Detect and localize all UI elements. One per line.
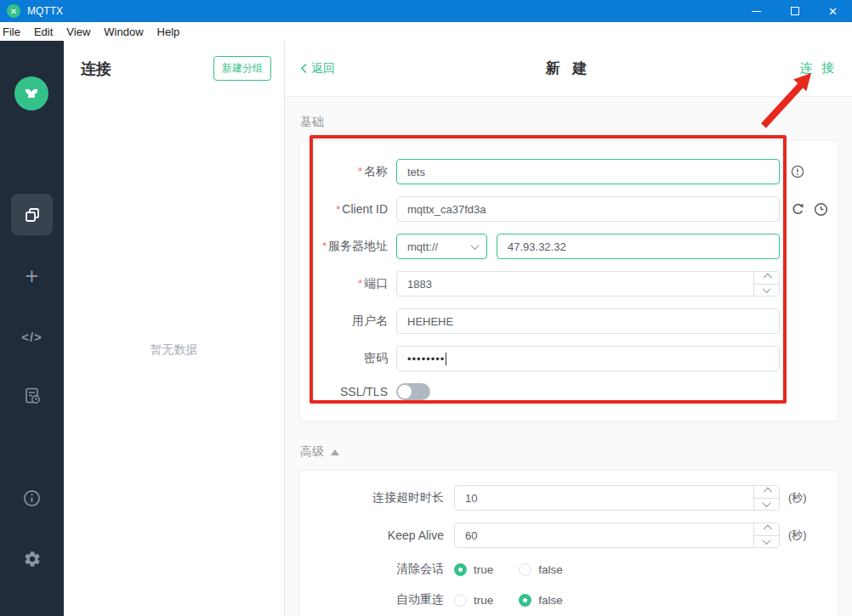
- username-row: 用户名: [300, 308, 838, 334]
- required-mark: *: [358, 277, 362, 290]
- radio-unchecked-icon: [454, 594, 467, 607]
- required-mark: *: [358, 165, 362, 178]
- password-label: 密码: [300, 351, 388, 366]
- port-input[interactable]: [396, 271, 780, 297]
- keepalive-unit: (秒): [788, 528, 807, 543]
- mqttx-logo-icon: [14, 76, 48, 110]
- basic-section-label: 基础: [300, 115, 838, 130]
- menu-file[interactable]: File: [0, 25, 27, 38]
- warning-info-icon[interactable]: [791, 165, 804, 178]
- keepalive-decrease-button[interactable]: [754, 535, 779, 548]
- refresh-icon[interactable]: [791, 202, 805, 217]
- advanced-section-label: 高级: [300, 444, 838, 460]
- chevron-down-icon: [763, 499, 771, 507]
- info-icon: [22, 489, 42, 508]
- timeout-unit: (秒): [788, 490, 807, 506]
- history-clock-icon[interactable]: [814, 202, 828, 217]
- port-decrease-button[interactable]: [754, 284, 779, 297]
- timeout-input[interactable]: [454, 485, 780, 511]
- chevron-up-icon: [764, 488, 772, 496]
- advanced-form-card: 连接超时时长 (秒) Keep Alive: [299, 470, 838, 616]
- password-input[interactable]: ••••••••: [396, 346, 780, 371]
- close-icon: ✕: [828, 6, 838, 17]
- auto-reconnect-label: 自动重连: [300, 592, 444, 608]
- ssl-toggle[interactable]: [396, 383, 430, 400]
- username-input[interactable]: [396, 308, 780, 334]
- menu-window[interactable]: Window: [97, 25, 150, 38]
- username-label: 用户名: [300, 314, 388, 329]
- gear-icon: [23, 550, 42, 568]
- timeout-label: 连接超时时长: [300, 490, 444, 506]
- chevron-down-icon: [763, 536, 771, 545]
- radio-checked-icon: [454, 563, 467, 576]
- chevron-up-icon: [764, 525, 772, 534]
- close-button[interactable]: ✕: [814, 0, 852, 22]
- chevron-left-icon: [300, 63, 308, 74]
- ssl-label: SSL/TLS: [300, 385, 388, 398]
- sidebar-item-new-connection[interactable]: +: [0, 263, 64, 289]
- keepalive-row: Keep Alive (秒): [300, 523, 838, 548]
- client-id-label: Client ID: [342, 202, 388, 216]
- host-row: *服务器地址 mqtt://: [300, 234, 838, 259]
- minimize-icon: [752, 11, 761, 12]
- text-cursor: [446, 353, 446, 365]
- maximize-icon: [791, 7, 799, 15]
- name-label: 名称: [364, 164, 388, 178]
- code-icon: </>: [21, 330, 43, 344]
- maximize-button[interactable]: [775, 0, 814, 22]
- clean-session-row: 清除会话 true false: [300, 562, 838, 577]
- main-header: 返回 新 建 连 接: [285, 41, 852, 97]
- radio-unchecked-icon: [519, 563, 531, 576]
- timeout-row: 连接超时时长 (秒): [300, 485, 838, 511]
- chevron-up-icon: [764, 274, 772, 282]
- protocol-value: mqtt://: [407, 240, 438, 253]
- sidebar-item-connections[interactable]: [11, 194, 53, 235]
- clean-session-false-radio[interactable]: false: [519, 563, 563, 576]
- port-increase-button[interactable]: [754, 272, 779, 284]
- menu-help[interactable]: Help: [151, 25, 187, 38]
- timeout-decrease-button[interactable]: [754, 498, 779, 511]
- connect-button[interactable]: 连 接: [800, 60, 837, 76]
- timeout-increase-button[interactable]: [754, 486, 779, 498]
- name-input[interactable]: [396, 159, 780, 184]
- keepalive-label: Keep Alive: [300, 528, 444, 542]
- clean-session-label: 清除会话: [300, 562, 444, 577]
- page-title: 新 建: [546, 59, 592, 78]
- new-group-button[interactable]: 新建分组: [213, 56, 271, 81]
- password-masked-value: ••••••••: [407, 353, 445, 365]
- client-id-input[interactable]: [396, 196, 780, 222]
- radio-checked-icon: [519, 594, 531, 607]
- auto-reconnect-true-radio[interactable]: true: [454, 594, 493, 607]
- connections-icon: [22, 205, 43, 225]
- clean-session-true-radio[interactable]: true: [454, 563, 493, 576]
- back-link[interactable]: 返回: [300, 61, 335, 76]
- form-content: 基础 *名称: [285, 97, 852, 616]
- main-area: 返回 新 建 连 接 基础 *名称: [285, 41, 852, 616]
- required-mark: *: [336, 203, 340, 216]
- sidebar-item-about[interactable]: [0, 489, 64, 511]
- chevron-down-icon: [763, 285, 771, 293]
- minimize-button[interactable]: [737, 0, 775, 22]
- password-row: 密码 ••••••••: [300, 346, 838, 371]
- protocol-select[interactable]: mqtt://: [396, 234, 487, 259]
- menu-bar: File Edit View Window Help: [0, 22, 852, 41]
- host-label: 服务器地址: [328, 239, 388, 252]
- menu-view[interactable]: View: [60, 25, 97, 38]
- menu-edit[interactable]: Edit: [27, 25, 60, 38]
- toggle-knob: [398, 385, 412, 398]
- sidebar-item-settings[interactable]: [0, 550, 64, 572]
- ssl-row: SSL/TLS: [300, 383, 838, 400]
- keepalive-input[interactable]: [454, 523, 780, 548]
- basic-form-card: *名称 *Client ID: [299, 140, 838, 421]
- sidebar-item-log[interactable]: [0, 386, 64, 410]
- chevron-down-icon: [471, 241, 480, 250]
- sidebar: + </>: [0, 41, 64, 616]
- collapse-triangle-icon[interactable]: [331, 449, 339, 455]
- auto-reconnect-false-radio[interactable]: false: [519, 594, 563, 607]
- window-title: MQTTX: [27, 5, 63, 17]
- keepalive-increase-button[interactable]: [754, 523, 779, 535]
- app-logo-icon: ✕: [7, 4, 20, 18]
- title-bar: ✕ MQTTX ✕: [0, 0, 852, 22]
- sidebar-item-script[interactable]: </>: [0, 327, 64, 348]
- host-input[interactable]: [497, 234, 780, 259]
